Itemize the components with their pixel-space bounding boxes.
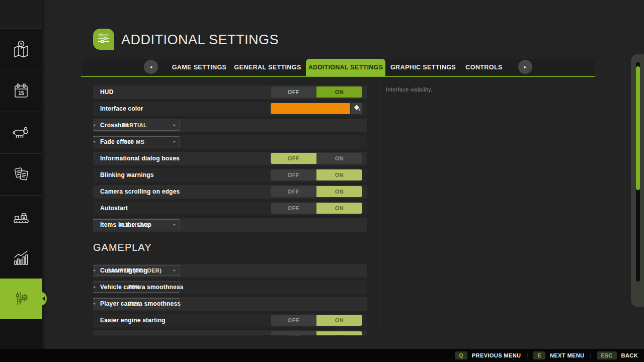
setting-row-autostart: Autostart OFF ON — [93, 202, 367, 215]
autostart-toggle[interactable]: OFF ON — [271, 203, 362, 214]
toggle-off-button[interactable]: OFF — [271, 86, 316, 98]
calendar-day-number: 15 — [18, 90, 24, 96]
arrow-left-icon[interactable]: ◂ — [93, 265, 95, 276]
statistics-icon — [11, 248, 31, 268]
footer-next-menu[interactable]: E NEXT MENU — [533, 351, 584, 359]
production-icon — [11, 206, 31, 226]
hud-toggle[interactable]: OFF ON — [271, 86, 362, 98]
fade-effect-selector[interactable]: ◂ 500 MS ▸ — [93, 136, 180, 147]
arrow-left-icon[interactable]: ◂ — [93, 282, 95, 292]
setting-row-fade-effect: Fade effect ◂ 500 MS ▸ — [93, 135, 367, 149]
sidebar-item-statistics[interactable] — [0, 237, 42, 279]
setting-row-informational-dialog-boxes: Informational dialog boxes OFF ON — [93, 152, 367, 165]
scrollbar-thumb[interactable] — [636, 66, 640, 190]
setting-row-blinking-warnings: Blinking warnings OFF ON — [93, 168, 367, 182]
arrow-right-icon[interactable]: ▸ — [174, 299, 176, 309]
sidebar-item-map[interactable] — [0, 29, 42, 70]
notch-arrow-icon — [42, 297, 45, 301]
footer-previous-menu[interactable]: Q PREVIOUS MENU — [455, 351, 521, 359]
footer-separator: | — [590, 352, 591, 359]
key-badge-esc: ESC — [597, 351, 617, 359]
sidebar-spacer — [0, 0, 42, 29]
setting-row-custom-lighting: Custom lighting ◂ SAMPLE (FOLDER) ▸ — [93, 264, 367, 278]
arrow-right-icon[interactable]: ▸ — [174, 120, 176, 130]
arrow-left-icon[interactable]: ◂ — [93, 299, 95, 309]
toggle-off-button[interactable]: OFF — [271, 203, 316, 214]
toggle-off-button[interactable]: OFF — [271, 169, 316, 180]
section-heading-gameplay: GAMEPLAY — [93, 241, 367, 254]
vehicle-camera-smoothness-selector[interactable]: ◂ 70% ▸ — [93, 282, 180, 293]
sidebar: 15 — [0, 0, 42, 349]
tab-graphic-settings[interactable]: GRAPHIC SETTINGS — [390, 59, 456, 76]
tab-game-settings[interactable]: GAME SETTINGS — [172, 59, 227, 76]
key-badge-e: E — [533, 351, 545, 359]
blinking-warnings-toggle[interactable]: OFF ON — [271, 169, 362, 180]
custom-lighting-selector[interactable]: ◂ SAMPLE (FOLDER) ▸ — [93, 265, 180, 276]
tab-general-settings[interactable]: GENERAL SETTINGS — [234, 59, 301, 76]
tabs-prev-button[interactable]: ◂ — [144, 60, 158, 74]
settings-icon — [11, 289, 31, 309]
page-icon-tile — [93, 29, 114, 50]
arrow-right-icon[interactable]: ▸ — [174, 282, 176, 292]
setting-description: Interface visibility. — [386, 86, 432, 93]
page-title: ADDITIONAL SETTINGS — [121, 31, 279, 48]
toggle-on-button[interactable]: ON — [316, 315, 362, 326]
setting-row-hud: HUD OFF ON — [93, 85, 367, 99]
sidebar-item-animals[interactable] — [0, 112, 42, 154]
interface-color-control[interactable] — [271, 103, 362, 114]
toggle-off-button[interactable]: OFF — [271, 153, 316, 164]
toggle-on-button[interactable]: ON — [316, 186, 362, 197]
color-swatch[interactable] — [271, 103, 350, 114]
tabs-next-button[interactable]: ▸ — [518, 60, 532, 74]
player-camera-smoothness-selector[interactable]: ◂ 70% ▸ — [93, 298, 180, 309]
toggle-off-button[interactable]: OFF — [271, 331, 316, 335]
footer-separator: | — [526, 352, 528, 359]
selector-value: PARTIAL — [122, 122, 147, 128]
selector-value: SAMPLE (FOLDER) — [107, 267, 162, 274]
scrollbar-track[interactable] — [636, 62, 640, 282]
arrow-left-icon[interactable]: ◂ — [93, 120, 95, 130]
toggle-on-button[interactable]: ON — [316, 331, 362, 335]
footer-back[interactable]: ESC BACK — [597, 351, 638, 359]
arrow-right-icon[interactable]: ▸ — [174, 265, 176, 276]
selector-value: 70% — [128, 301, 140, 307]
sidebar-item-contracts[interactable] — [0, 154, 42, 196]
sidebar-item-settings[interactable] — [0, 279, 42, 319]
items-in-shop-selector[interactable]: ◂ ALL ITEMS ▸ — [93, 219, 180, 230]
toggle-on-button[interactable]: ON — [316, 153, 362, 164]
setting-row-player-camera-smoothness: Player camera smoothness ◂ 70% ▸ — [93, 297, 367, 311]
setting-label: Blinking warnings — [100, 168, 154, 182]
toggle-off-button[interactable]: OFF — [271, 186, 316, 197]
toggle-on-button[interactable]: ON — [316, 169, 362, 180]
toggle-on-button[interactable]: ON — [316, 203, 362, 214]
tab-additional-settings[interactable]: ADDITIONAL SETTINGS — [306, 59, 385, 76]
setting-label: Autostart — [100, 202, 128, 215]
arrow-right-icon[interactable]: ▸ — [174, 137, 176, 147]
color-picker-button[interactable] — [351, 103, 362, 114]
toggle-on-button[interactable]: ON — [316, 86, 362, 98]
setting-row-vehicle-camera-smoothness: Vehicle camera smoothness ◂ 70% ▸ — [93, 281, 367, 294]
settings-list: HUD OFF ON Interface color Crosshair ◂ P… — [93, 77, 367, 335]
paint-fill-icon — [353, 104, 360, 113]
setting-label: Easier engine starting — [100, 314, 166, 327]
toggle-off-button[interactable]: OFF — [271, 315, 316, 326]
footer-label: NEXT MENU — [550, 352, 584, 358]
footer-label: BACK — [621, 352, 638, 358]
arrow-right-icon[interactable]: ▸ — [174, 220, 176, 230]
arrow-left-icon[interactable]: ◂ — [93, 137, 95, 147]
setting-row-easier-engine-starting: Easier engine starting OFF ON — [93, 314, 367, 327]
setting-label: Informational dialog boxes — [100, 152, 180, 165]
tab-controls[interactable]: CONTROLS — [465, 59, 502, 76]
setting-label: Camera scrolling on edges — [100, 185, 180, 199]
active-tab-notch — [37, 292, 47, 305]
informational-dialog-toggle[interactable]: OFF ON — [271, 153, 362, 164]
crosshair-selector[interactable]: ◂ PARTIAL ▸ — [93, 120, 180, 131]
contracts-icon — [11, 164, 31, 185]
camera-scrolling-toggle[interactable]: OFF ON — [271, 186, 362, 197]
sidebar-item-production[interactable] — [0, 196, 42, 237]
sidebar-item-calendar[interactable]: 15 — [0, 70, 42, 112]
setting-row-interface-color: Interface color — [93, 102, 367, 116]
map-icon — [11, 39, 31, 59]
partial-row-toggle[interactable]: OFF ON — [271, 331, 362, 335]
easier-engine-starting-toggle[interactable]: OFF ON — [271, 315, 362, 326]
